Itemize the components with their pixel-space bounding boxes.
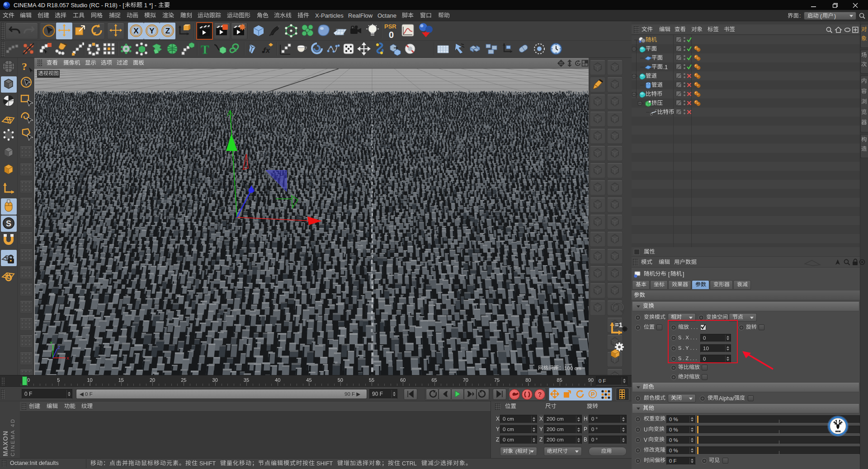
svg-text:S: S xyxy=(6,219,11,228)
svg-text:PSR: PSR xyxy=(384,23,396,30)
svg-text:P: P xyxy=(591,391,595,398)
svg-text:0: 0 xyxy=(389,30,394,40)
svg-text:Y: Y xyxy=(149,27,155,35)
svg-text:?: ? xyxy=(22,61,27,72)
svg-text:=1: =1 xyxy=(615,321,623,328)
svg-text:T: T xyxy=(201,42,209,56)
svg-text:X: X xyxy=(133,27,139,35)
svg-text:fx: fx xyxy=(263,46,271,55)
svg-text:?: ? xyxy=(538,391,542,398)
svg-text:Z: Z xyxy=(165,27,170,35)
